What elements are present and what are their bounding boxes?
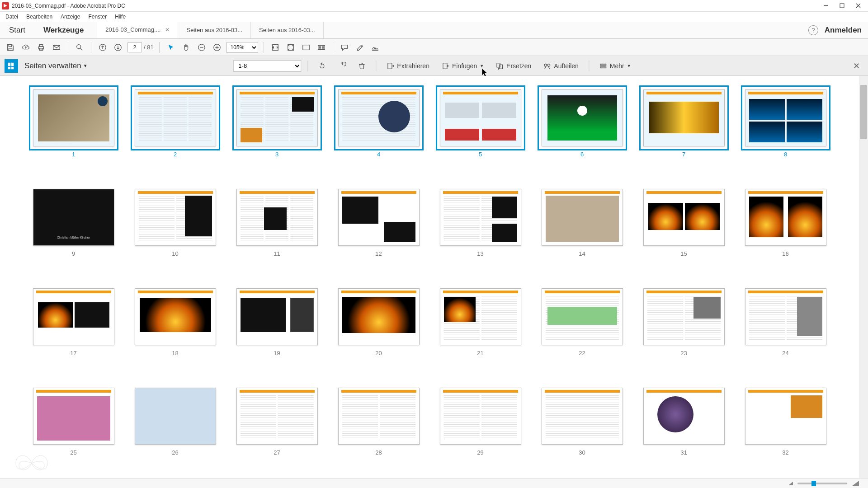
page-thumbnail[interactable]: 31 [642,388,726,465]
page-thumbnail[interactable]: 25 [32,388,115,465]
thumbnail-zoom-slider[interactable] [797,483,847,484]
page-thumbnail[interactable]: 29 [439,388,522,465]
page-thumbnail[interactable]: 10 [133,189,217,266]
mail-icon[interactable] [51,42,62,53]
page-number-label: 18 [172,350,178,357]
page-thumbnail[interactable]: 3 [235,89,319,166]
highlight-icon[interactable] [354,42,366,53]
page-preview [745,388,826,445]
insert-button[interactable]: Einfügen ▼ [438,60,487,72]
read-mode-icon[interactable] [316,42,327,53]
page-thumbnail[interactable]: 6 [540,89,624,166]
cloud-icon[interactable] [20,42,32,53]
document-tab-1[interactable]: 2016-03_Commag.... ✕ [97,22,178,38]
fit-width-icon[interactable] [269,42,281,53]
fullscreen-icon[interactable] [300,42,312,53]
fit-page-icon[interactable] [285,42,297,53]
zoom-small-icon[interactable] [788,482,793,485]
signature-icon[interactable] [369,42,381,53]
page-thumbnail[interactable]: 30 [540,388,624,465]
organize-title-dropdown[interactable]: Seiten verwalten ▼ [24,61,88,70]
more-button[interactable]: Mehr ▼ [595,60,635,72]
document-tab-2[interactable]: Seiten aus 2016-03... [178,22,251,38]
page-thumbnail[interactable]: Christian Müller-Kircher9 [32,189,115,266]
menu-anzeige[interactable]: Anzeige [57,13,84,21]
page-thumbnail[interactable]: 2 [133,89,217,166]
rotate-cw-button[interactable] [334,60,349,72]
svg-point-23 [544,64,547,66]
page-thumbnail[interactable]: 17 [32,288,115,365]
close-organize-button[interactable]: ✕ [851,61,862,71]
page-thumbnail[interactable]: 14 [540,189,624,266]
pointer-tool-icon[interactable] [165,42,177,53]
search-icon[interactable] [74,42,85,53]
replace-button[interactable]: Ersetzen [492,60,535,72]
delete-button[interactable] [354,60,369,72]
page-thumbnail[interactable]: 4 [337,89,420,166]
page-thumbnail[interactable]: 11 [235,189,319,266]
page-thumbnail[interactable]: 19 [235,288,319,365]
rotate-ccw-button[interactable] [314,60,330,72]
maximize-button[interactable] [834,0,850,11]
slider-knob[interactable] [811,481,816,486]
menu-bearbeiten[interactable]: Bearbeiten [23,13,56,21]
split-button[interactable]: Aufteilen [539,60,582,72]
print-icon[interactable] [35,42,47,53]
page-thumbnail[interactable]: 12 [337,189,420,266]
menu-hilfe[interactable]: Hilfe [111,13,129,21]
page-thumbnail[interactable]: 24 [744,288,827,365]
page-range-select[interactable]: 1-8 [233,60,301,72]
page-preview [33,388,114,445]
page-thumbnail[interactable]: 27 [235,388,319,465]
page-preview [135,288,216,345]
page-number-input[interactable] [127,42,142,52]
scrollbar-thumb[interactable] [860,85,867,139]
extract-button[interactable]: Extrahieren [382,60,433,72]
page-preview [745,89,826,146]
zoom-out-icon[interactable] [196,42,208,53]
page-preview [745,189,826,246]
page-indicator: / 81 [127,42,154,52]
page-thumbnail[interactable]: 13 [439,189,522,266]
page-thumbnail[interactable]: 15 [642,189,726,266]
page-thumbnails-grid[interactable]: 12345678Christian Müller-Kircher91011121… [0,76,859,478]
vertical-scrollbar[interactable] [859,76,868,478]
page-preview [440,189,521,246]
prev-page-icon[interactable] [97,42,108,53]
primary-tab-tools[interactable]: Werkzeuge [34,22,93,38]
page-thumbnail[interactable]: 20 [337,288,420,365]
page-thumbnail[interactable]: 1 [32,89,115,166]
page-thumbnail[interactable]: 8 [744,89,827,166]
page-thumbnail[interactable]: 32 [744,388,827,465]
save-icon[interactable] [5,42,16,53]
page-preview [440,288,521,345]
zoom-large-icon[interactable] [852,481,859,486]
zoom-in-icon[interactable] [211,42,223,53]
page-thumbnail[interactable]: 7 [642,89,726,166]
window-title: 2016-03_Commag.pdf - Adobe Acrobat Pro D… [12,3,817,9]
page-number-label: 2 [174,151,177,158]
next-page-icon[interactable] [112,42,124,53]
minimize-button[interactable] [817,0,834,11]
close-tab-icon[interactable]: ✕ [165,27,170,33]
page-thumbnail[interactable]: 28 [337,388,420,465]
hand-tool-icon[interactable] [180,42,192,53]
close-button[interactable] [850,0,866,11]
page-thumbnail[interactable]: 21 [439,288,522,365]
page-thumbnail[interactable]: 22 [540,288,624,365]
signin-link[interactable]: Anmelden [825,26,862,35]
menu-fenster[interactable]: Fenster [85,13,110,21]
primary-tab-start[interactable]: Start [0,22,34,38]
help-icon[interactable]: ? [808,25,818,35]
page-thumbnail[interactable]: 18 [133,288,217,365]
window-titlebar: 2016-03_Commag.pdf - Adobe Acrobat Pro D… [0,0,868,12]
page-thumbnail[interactable]: 16 [744,189,827,266]
page-thumbnail[interactable]: 5 [439,89,522,166]
page-thumbnail[interactable]: 23 [642,288,726,365]
menu-datei[interactable]: Datei [2,13,22,21]
zoom-select[interactable]: 105% [226,42,258,53]
comment-icon[interactable] [339,42,350,53]
page-preview [236,189,318,246]
document-tab-3[interactable]: Seiten aus 2016-03... [251,22,324,38]
page-thumbnail[interactable]: 26 [133,388,217,465]
